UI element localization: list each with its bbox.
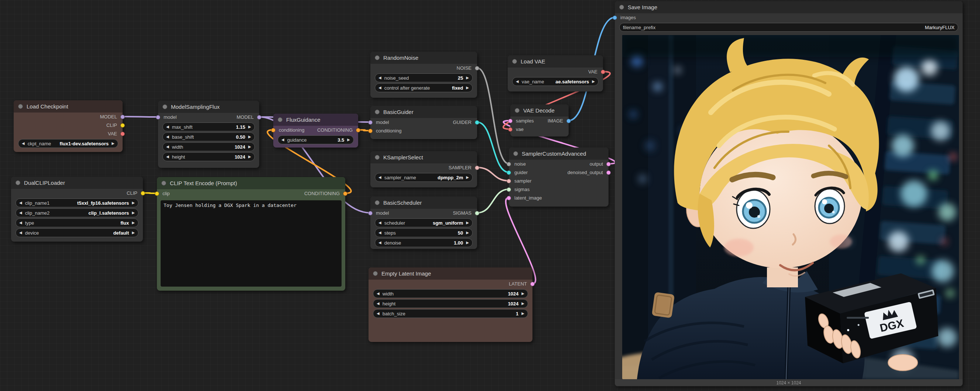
input-port-noise[interactable] (507, 162, 511, 166)
node-header[interactable]: Empty Latent Image (369, 268, 533, 280)
output-port-vae[interactable] (601, 70, 605, 74)
node-clip-text-encode[interactable]: CLIP Text Encode (Prompt) clip CONDITION… (157, 177, 345, 291)
input-port-vae[interactable] (508, 127, 512, 132)
increment-arrow-icon[interactable]: ▶ (111, 142, 115, 145)
node-flux-guidance[interactable]: FluxGuidance conditioning CONDITIONING ◀… (273, 114, 358, 147)
decrement-arrow-icon[interactable]: ◀ (377, 302, 380, 306)
widget-guidance[interactable]: ◀ guidance 3.5 ▶ (278, 135, 354, 144)
node-load-checkpoint[interactable]: Load Checkpoint MODEL CLIP VAE ◀ ckpt_na… (14, 100, 123, 152)
input-port-conditioning[interactable] (368, 129, 372, 133)
increment-arrow-icon[interactable]: ▶ (466, 76, 469, 80)
input-port-sampler[interactable] (507, 179, 511, 183)
increment-arrow-icon[interactable]: ▶ (522, 292, 524, 296)
node-header[interactable]: RandomNoise (371, 52, 477, 64)
decrement-arrow-icon[interactable]: ◀ (19, 211, 22, 215)
input-port-conditioning[interactable] (271, 128, 275, 133)
increment-arrow-icon[interactable]: ▶ (466, 176, 469, 179)
widget-width[interactable]: ◀ width 1024 ▶ (373, 289, 528, 298)
node-dual-clip-loader[interactable]: DualCLIPLoader CLIP ◀ clip_name1 t5xxl_f… (11, 177, 143, 242)
widget-denoise[interactable]: ◀ denoise 1.00 ▶ (375, 238, 473, 247)
collapse-dot-icon[interactable] (375, 155, 380, 160)
widget-noise-seed[interactable]: ◀ noise_seed 25 ▶ (375, 73, 473, 82)
widget-base-shift[interactable]: ◀ base_shift 0.50 ▶ (162, 133, 255, 141)
input-port-images[interactable] (612, 16, 617, 20)
collapse-dot-icon[interactable] (375, 109, 380, 114)
prompt-textarea[interactable]: Toy Jensen holding a DGX Spark in a data… (161, 200, 342, 287)
node-header[interactable]: ModelSamplingFlux (158, 101, 259, 113)
decrement-arrow-icon[interactable]: ◀ (19, 221, 22, 225)
generated-image-preview[interactable]: DGX (622, 35, 959, 379)
increment-arrow-icon[interactable]: ▶ (347, 138, 350, 142)
collapse-dot-icon[interactable] (16, 180, 20, 185)
node-header[interactable]: DualCLIPLoader (11, 177, 143, 189)
node-save-image[interactable]: Save Image images filename_prefix Markur… (615, 1, 963, 386)
decrement-arrow-icon[interactable]: ◀ (22, 142, 25, 145)
widget-device[interactable]: ◀ device default ▶ (16, 228, 138, 237)
node-header[interactable]: Save Image (615, 1, 963, 13)
increment-arrow-icon[interactable]: ▶ (466, 241, 469, 245)
decrement-arrow-icon[interactable]: ◀ (379, 86, 382, 90)
widget-type[interactable]: ◀ type flux ▶ (16, 218, 138, 227)
node-header[interactable]: SamplerCustomAdvanced (509, 147, 609, 160)
node-model-sampling-flux[interactable]: ModelSamplingFlux model MODEL ◀ max_shif… (158, 101, 259, 168)
node-header[interactable]: BasicScheduler (371, 196, 477, 209)
output-port-guider[interactable] (475, 120, 479, 125)
input-port-clip[interactable] (155, 192, 159, 196)
decrement-arrow-icon[interactable]: ◀ (379, 231, 382, 234)
widget-ckpt-name[interactable]: ◀ ckpt_name flux1-dev.safetensors ▶ (18, 139, 118, 148)
node-ksampler-select[interactable]: KSamplerSelect SAMPLER ◀ sampler_name dp… (371, 151, 477, 187)
input-port-model[interactable] (368, 211, 372, 215)
node-header[interactable]: Load VAE (508, 55, 603, 68)
input-port-samples[interactable] (508, 119, 512, 123)
widget-sampler-name[interactable]: ◀ sampler_name dpmpp_2m ▶ (375, 173, 473, 182)
widget-height[interactable]: ◀ height 1024 ▶ (373, 299, 528, 308)
node-random-noise[interactable]: RandomNoise NOISE ◀ noise_seed 25 ▶ ◀ co… (371, 52, 477, 98)
output-port-model[interactable] (120, 115, 125, 119)
widget-height[interactable]: ◀ height 1024 ▶ (162, 152, 255, 161)
increment-arrow-icon[interactable]: ▶ (522, 302, 524, 306)
collapse-dot-icon[interactable] (278, 117, 283, 122)
output-port-image[interactable] (566, 119, 571, 123)
input-port-model[interactable] (368, 120, 372, 125)
collapse-dot-icon[interactable] (513, 151, 518, 156)
decrement-arrow-icon[interactable]: ◀ (166, 145, 169, 149)
decrement-arrow-icon[interactable]: ◀ (379, 76, 382, 80)
increment-arrow-icon[interactable]: ▶ (132, 231, 135, 234)
decrement-arrow-icon[interactable]: ◀ (166, 135, 169, 139)
widget-batch-size[interactable]: ◀ batch_size 1 ▶ (373, 309, 528, 318)
widget-control-after-generate[interactable]: ◀ control after generate fixed ▶ (375, 83, 473, 92)
output-port-vae[interactable] (120, 132, 125, 136)
input-port-sigmas[interactable] (507, 187, 511, 192)
widget-vae-name[interactable]: ◀ vae_name ae.safetensors ▶ (512, 77, 598, 86)
decrement-arrow-icon[interactable]: ◀ (166, 155, 169, 158)
node-header[interactable]: VAE Decode (510, 104, 569, 117)
node-empty-latent-image[interactable]: Empty Latent Image LATENT ◀ width 1024 ▶… (369, 268, 533, 342)
node-header[interactable]: CLIP Text Encode (Prompt) (157, 177, 345, 189)
collapse-dot-icon[interactable] (512, 59, 517, 64)
collapse-dot-icon[interactable] (515, 108, 520, 113)
output-port-noise[interactable] (475, 66, 479, 70)
increment-arrow-icon[interactable]: ▶ (248, 145, 251, 149)
node-header[interactable]: BasicGuider (371, 106, 477, 118)
collapse-dot-icon[interactable] (162, 104, 167, 109)
decrement-arrow-icon[interactable]: ◀ (19, 231, 22, 234)
increment-arrow-icon[interactable]: ▶ (248, 125, 251, 129)
input-port-latent-image[interactable] (507, 196, 511, 200)
node-header[interactable]: Load Checkpoint (14, 100, 123, 112)
collapse-dot-icon[interactable] (373, 271, 378, 276)
output-port-model[interactable] (257, 115, 261, 120)
increment-arrow-icon[interactable]: ▶ (466, 231, 469, 234)
output-port-conditioning[interactable] (343, 192, 347, 196)
increment-arrow-icon[interactable]: ▶ (248, 135, 251, 139)
node-load-vae[interactable]: Load VAE VAE ◀ vae_name ae.safetensors ▶ (508, 55, 603, 92)
decrement-arrow-icon[interactable]: ◀ (379, 241, 382, 245)
collapse-dot-icon[interactable] (619, 5, 624, 9)
collapse-dot-icon[interactable] (18, 104, 23, 109)
node-header[interactable]: KSamplerSelect (371, 151, 477, 163)
increment-arrow-icon[interactable]: ▶ (522, 312, 524, 315)
decrement-arrow-icon[interactable]: ◀ (166, 125, 169, 129)
increment-arrow-icon[interactable]: ▶ (132, 221, 135, 225)
decrement-arrow-icon[interactable]: ◀ (379, 176, 382, 179)
increment-arrow-icon[interactable]: ▶ (466, 221, 469, 225)
widget-scheduler[interactable]: ◀ scheduler sgm_uniform ▶ (375, 218, 473, 227)
